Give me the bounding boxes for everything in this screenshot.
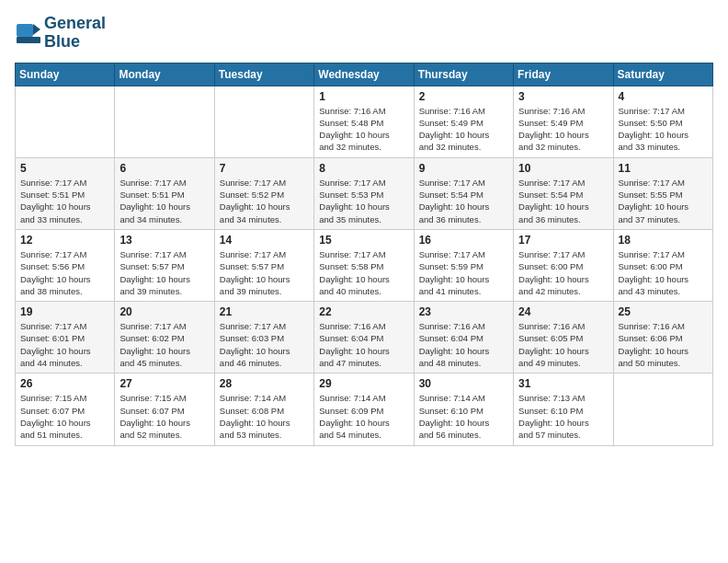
calendar-cell: 22Sunrise: 7:16 AM Sunset: 6:04 PM Dayli… (314, 302, 414, 373)
day-info: Sunrise: 7:16 AM Sunset: 6:04 PM Dayligh… (319, 320, 408, 369)
calendar-cell: 13Sunrise: 7:17 AM Sunset: 5:57 PM Dayli… (115, 229, 214, 301)
day-number: 15 (319, 234, 408, 247)
day-number: 13 (119, 234, 209, 247)
day-info: Sunrise: 7:17 AM Sunset: 5:52 PM Dayligh… (220, 177, 309, 225)
day-info: Sunrise: 7:17 AM Sunset: 6:03 PM Dayligh… (220, 320, 309, 369)
calendar-day-header: Thursday (414, 63, 513, 86)
calendar-day-header: Tuesday (214, 63, 313, 86)
day-info: Sunrise: 7:16 AM Sunset: 5:48 PM Dayligh… (319, 105, 408, 154)
day-number: 1 (319, 90, 408, 103)
day-number: 10 (518, 162, 608, 175)
calendar-day-header: Wednesday (314, 63, 414, 86)
calendar-day-header: Friday (514, 63, 613, 86)
calendar-cell: 20Sunrise: 7:17 AM Sunset: 6:02 PM Dayli… (115, 302, 214, 373)
calendar-table: SundayMondayTuesdayWednesdayThursdayFrid… (15, 63, 713, 446)
calendar-cell (115, 86, 214, 157)
calendar-cell: 29Sunrise: 7:14 AM Sunset: 6:09 PM Dayli… (314, 373, 414, 445)
calendar-cell: 7Sunrise: 7:17 AM Sunset: 5:52 PM Daylig… (214, 157, 313, 229)
calendar-cell: 24Sunrise: 7:16 AM Sunset: 6:05 PM Dayli… (514, 302, 613, 373)
day-number: 16 (419, 234, 508, 247)
svg-rect-0 (17, 24, 33, 37)
day-info: Sunrise: 7:15 AM Sunset: 6:07 PM Dayligh… (119, 392, 209, 441)
day-info: Sunrise: 7:17 AM Sunset: 5:59 PM Dayligh… (419, 248, 508, 297)
svg-marker-1 (33, 24, 40, 35)
day-info: Sunrise: 7:16 AM Sunset: 6:04 PM Dayligh… (419, 320, 508, 369)
calendar-week-row: 1Sunrise: 7:16 AM Sunset: 5:48 PM Daylig… (16, 86, 713, 157)
day-number: 3 (518, 90, 608, 103)
day-info: Sunrise: 7:17 AM Sunset: 5:56 PM Dayligh… (20, 248, 109, 297)
calendar-day-header: Sunday (16, 63, 115, 86)
day-number: 28 (220, 377, 309, 390)
day-number: 17 (518, 234, 608, 247)
day-number: 7 (220, 162, 309, 175)
calendar-cell: 25Sunrise: 7:16 AM Sunset: 6:06 PM Dayli… (613, 302, 712, 373)
calendar-cell: 10Sunrise: 7:17 AM Sunset: 5:54 PM Dayli… (514, 157, 613, 229)
day-info: Sunrise: 7:15 AM Sunset: 6:07 PM Dayligh… (20, 392, 109, 441)
calendar-cell: 28Sunrise: 7:14 AM Sunset: 6:08 PM Dayli… (214, 373, 313, 445)
logo-icon (15, 20, 40, 46)
day-number: 11 (619, 162, 708, 175)
calendar-cell: 3Sunrise: 7:16 AM Sunset: 5:49 PM Daylig… (514, 86, 613, 157)
day-info: Sunrise: 7:17 AM Sunset: 5:51 PM Dayligh… (20, 177, 109, 225)
day-info: Sunrise: 7:17 AM Sunset: 6:00 PM Dayligh… (619, 248, 708, 297)
calendar-cell: 18Sunrise: 7:17 AM Sunset: 6:00 PM Dayli… (613, 229, 712, 301)
day-number: 2 (419, 90, 508, 103)
day-number: 30 (419, 377, 508, 390)
day-info: Sunrise: 7:16 AM Sunset: 5:49 PM Dayligh… (419, 105, 508, 154)
calendar-cell (16, 86, 115, 157)
calendar-cell: 8Sunrise: 7:17 AM Sunset: 5:53 PM Daylig… (314, 157, 414, 229)
calendar-cell (214, 86, 313, 157)
day-number: 9 (419, 162, 508, 175)
day-info: Sunrise: 7:17 AM Sunset: 5:58 PM Dayligh… (319, 248, 408, 297)
calendar-week-row: 19Sunrise: 7:17 AM Sunset: 6:01 PM Dayli… (16, 302, 713, 373)
calendar-cell: 23Sunrise: 7:16 AM Sunset: 6:04 PM Dayli… (414, 302, 513, 373)
day-info: Sunrise: 7:17 AM Sunset: 6:02 PM Dayligh… (119, 320, 209, 369)
day-info: Sunrise: 7:16 AM Sunset: 6:05 PM Dayligh… (518, 320, 608, 369)
day-number: 24 (518, 305, 608, 318)
calendar-cell: 5Sunrise: 7:17 AM Sunset: 5:51 PM Daylig… (16, 157, 115, 229)
calendar-cell: 31Sunrise: 7:13 AM Sunset: 6:10 PM Dayli… (514, 373, 613, 445)
calendar-cell: 4Sunrise: 7:17 AM Sunset: 5:50 PM Daylig… (613, 86, 712, 157)
calendar-cell: 2Sunrise: 7:16 AM Sunset: 5:49 PM Daylig… (414, 86, 513, 157)
calendar-cell (613, 373, 712, 445)
day-info: Sunrise: 7:17 AM Sunset: 5:53 PM Dayligh… (319, 177, 408, 225)
calendar-cell: 9Sunrise: 7:17 AM Sunset: 5:54 PM Daylig… (414, 157, 513, 229)
day-number: 26 (20, 377, 109, 390)
day-number: 20 (119, 305, 209, 318)
day-info: Sunrise: 7:17 AM Sunset: 5:55 PM Dayligh… (619, 177, 708, 225)
day-info: Sunrise: 7:17 AM Sunset: 6:01 PM Dayligh… (20, 320, 109, 369)
day-info: Sunrise: 7:17 AM Sunset: 6:00 PM Dayligh… (518, 248, 608, 297)
day-info: Sunrise: 7:13 AM Sunset: 6:10 PM Dayligh… (518, 392, 608, 441)
calendar-cell: 11Sunrise: 7:17 AM Sunset: 5:55 PM Dayli… (613, 157, 712, 229)
day-number: 22 (319, 305, 408, 318)
calendar-cell: 30Sunrise: 7:14 AM Sunset: 6:10 PM Dayli… (414, 373, 513, 445)
day-number: 27 (119, 377, 209, 390)
calendar-cell: 16Sunrise: 7:17 AM Sunset: 5:59 PM Dayli… (414, 229, 513, 301)
logo: General Blue (15, 15, 106, 52)
calendar-cell: 1Sunrise: 7:16 AM Sunset: 5:48 PM Daylig… (314, 86, 414, 157)
calendar-cell: 12Sunrise: 7:17 AM Sunset: 5:56 PM Dayli… (16, 229, 115, 301)
calendar-week-row: 12Sunrise: 7:17 AM Sunset: 5:56 PM Dayli… (16, 229, 713, 301)
calendar-cell: 19Sunrise: 7:17 AM Sunset: 6:01 PM Dayli… (16, 302, 115, 373)
day-number: 5 (20, 162, 109, 175)
day-info: Sunrise: 7:16 AM Sunset: 5:49 PM Dayligh… (518, 105, 608, 154)
calendar-week-row: 26Sunrise: 7:15 AM Sunset: 6:07 PM Dayli… (16, 373, 713, 445)
calendar-cell: 6Sunrise: 7:17 AM Sunset: 5:51 PM Daylig… (115, 157, 214, 229)
page-header: General Blue (15, 15, 713, 52)
day-info: Sunrise: 7:17 AM Sunset: 5:57 PM Dayligh… (220, 248, 309, 297)
day-number: 6 (119, 162, 209, 175)
day-info: Sunrise: 7:14 AM Sunset: 6:09 PM Dayligh… (319, 392, 408, 441)
calendar-header-row: SundayMondayTuesdayWednesdayThursdayFrid… (16, 63, 713, 86)
calendar-cell: 27Sunrise: 7:15 AM Sunset: 6:07 PM Dayli… (115, 373, 214, 445)
day-number: 14 (220, 234, 309, 247)
day-info: Sunrise: 7:16 AM Sunset: 6:06 PM Dayligh… (619, 320, 708, 369)
day-number: 23 (419, 305, 508, 318)
day-number: 21 (220, 305, 309, 318)
logo-text: General Blue (44, 15, 106, 52)
day-info: Sunrise: 7:17 AM Sunset: 5:51 PM Dayligh… (119, 177, 209, 225)
calendar-cell: 15Sunrise: 7:17 AM Sunset: 5:58 PM Dayli… (314, 229, 414, 301)
day-number: 25 (619, 305, 708, 318)
calendar-cell: 14Sunrise: 7:17 AM Sunset: 5:57 PM Dayli… (214, 229, 313, 301)
day-number: 18 (619, 234, 708, 247)
day-number: 4 (619, 90, 708, 103)
